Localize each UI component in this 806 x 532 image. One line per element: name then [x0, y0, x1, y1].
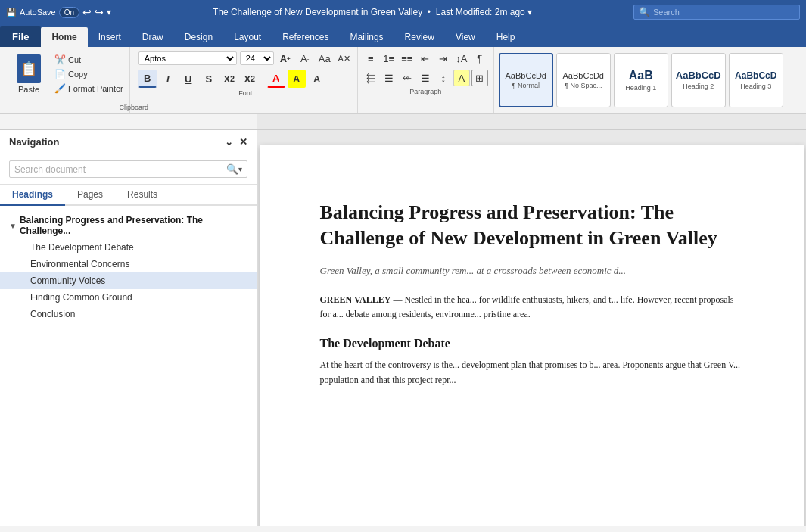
style-heading3[interactable]: AaBbCcD Heading 3 — [729, 53, 783, 107]
paste-button[interactable]: 📋 Paste — [11, 51, 47, 97]
tab-design[interactable]: Design — [174, 27, 223, 47]
bold-button[interactable]: B — [138, 70, 157, 88]
justify-button[interactable]: ☰ — [417, 70, 434, 86]
title-bar: 💾 AutoSave On ↩ ↪ ▾ The Challenge of New… — [0, 0, 806, 24]
nav-content: ▼ Balancing Progress and Preservation: T… — [0, 206, 257, 526]
nav-item-debate[interactable]: The Development Debate — [0, 239, 257, 256]
nav-item-common-ground[interactable]: Finding Common Ground — [0, 289, 257, 306]
tab-review[interactable]: Review — [394, 27, 445, 47]
sidebar-controls: ⌄ ✕ — [225, 136, 247, 148]
show-formatting-button[interactable]: ¶ — [471, 50, 488, 67]
nav-item-community[interactable]: Community Voices — [0, 272, 257, 289]
increase-indent-button[interactable]: ⇥ — [435, 50, 452, 67]
tab-layout[interactable]: Layout — [223, 27, 272, 47]
change-case-button[interactable]: Aa — [316, 50, 333, 67]
font-size-select[interactable]: 24 — [240, 51, 274, 65]
tab-results[interactable]: Results — [115, 185, 170, 206]
nav-item-environmental[interactable]: Environmental Concerns — [0, 256, 257, 272]
tab-home[interactable]: Home — [41, 27, 87, 47]
subscript-button[interactable]: X2 — [220, 70, 238, 88]
tab-draw[interactable]: Draw — [132, 27, 174, 47]
style-heading3-preview: AaBbCcD — [735, 70, 776, 81]
text-shading-button[interactable]: A — [308, 70, 326, 88]
strikethrough-button[interactable]: S — [200, 70, 218, 88]
style-normal[interactable]: AaBbCcDd ¶ Normal — [499, 53, 553, 107]
clipboard-right: ✂️ Cut 📄 Copy 🖌️ Format Painter — [51, 50, 126, 113]
paste-icon: 📋 — [17, 54, 41, 83]
align-left-button[interactable]: ⬱ — [363, 70, 379, 86]
style-normal-preview: AaBbCcDd — [506, 71, 546, 80]
italic-button[interactable]: I — [159, 70, 177, 88]
cut-button[interactable]: ✂️ Cut — [51, 53, 126, 67]
redo-icon[interactable]: ↪ — [95, 6, 104, 18]
copy-button[interactable]: 📄 Copy — [51, 67, 126, 81]
superscript-button[interactable]: X2 — [241, 70, 259, 88]
multilevel-list-button[interactable]: ≡≡ — [399, 50, 415, 67]
ruler-doc — [257, 114, 806, 129]
ruler-sidebar — [0, 114, 257, 129]
borders-button[interactable]: ⊞ — [471, 70, 488, 86]
undo-icon[interactable]: ↩ — [82, 6, 92, 18]
style-heading2-preview: AaBbCcD — [676, 70, 721, 81]
style-nospace-preview: AaBbCcDd — [563, 71, 604, 80]
line-spacing-button[interactable]: ↕ — [435, 70, 452, 86]
decrease-indent-button[interactable]: ⇤ — [417, 50, 434, 67]
main-area: Navigation ⌄ ✕ 🔍 ▾ Headings Pages Result… — [0, 130, 806, 526]
tab-view[interactable]: View — [445, 27, 486, 47]
highlight-button[interactable]: A — [288, 70, 306, 88]
autosave-label: AutoSave — [20, 8, 56, 17]
tab-insert[interactable]: Insert — [88, 27, 132, 47]
nav-search-dropdown-icon[interactable]: ▾ — [238, 165, 242, 173]
font-group: Aptos 24 A+ A- Aa A✕ B I U S X2 X2 A A A… — [134, 47, 358, 113]
font-color-button[interactable]: A — [267, 70, 285, 88]
sort-button[interactable]: ↕A — [453, 50, 470, 67]
sidebar-header: Navigation ⌄ ✕ — [0, 130, 257, 154]
bullets-button[interactable]: ≡ — [363, 50, 379, 67]
nav-search-button[interactable]: 🔍 ▾ — [226, 163, 242, 175]
paragraph-group-label: Paragraph — [363, 88, 489, 95]
style-heading1[interactable]: AaB Heading 1 — [614, 53, 668, 107]
font-group-label: Font — [138, 89, 353, 97]
search-wrapper: 🔍 ▾ — [9, 160, 247, 178]
font-name-select[interactable]: Aptos — [138, 51, 237, 65]
shading-button[interactable]: A — [453, 70, 470, 86]
nav-item-conclusion[interactable]: Conclusion — [0, 306, 257, 322]
font-shrink-button[interactable]: A- — [297, 50, 313, 67]
search-input[interactable] — [653, 8, 789, 17]
ribbon: 📋 Paste ✂️ Cut 📄 Copy 🖌️ Format Painter … — [0, 47, 806, 114]
font-grow-button[interactable]: A+ — [277, 50, 294, 67]
align-center-button[interactable]: ☰ — [381, 70, 397, 86]
style-nospace[interactable]: AaBbCcDd ¶ No Spac... — [556, 53, 611, 107]
close-panel-icon[interactable]: ✕ — [239, 136, 247, 148]
style-heading2[interactable]: AaBbCcD Heading 2 — [671, 53, 726, 107]
style-normal-label: ¶ Normal — [512, 82, 540, 89]
search-box[interactable]: 🔍 — [633, 5, 800, 20]
nav-item-main-heading-text: Balancing Progress and Preservation: The… — [20, 215, 247, 236]
numbering-button[interactable]: 1≡ — [381, 50, 397, 67]
autosave-toggle[interactable]: On — [59, 7, 79, 18]
tab-file[interactable]: File — [0, 26, 41, 47]
copy-label: Copy — [68, 70, 88, 79]
section1-heading: The Development Debate — [320, 337, 744, 350]
style-heading3-label: Heading 3 — [740, 82, 771, 90]
tab-help[interactable]: Help — [486, 27, 526, 47]
tab-pages[interactable]: Pages — [65, 185, 115, 206]
autosave-area: 💾 AutoSave On ↩ ↪ ▾ — [6, 6, 111, 18]
nav-item-main-heading[interactable]: ▼ Balancing Progress and Preservation: T… — [0, 212, 257, 239]
underline-button[interactable]: U — [179, 70, 198, 88]
document-subtitle: Green Valley, a small community rem... a… — [320, 263, 744, 278]
align-right-button[interactable]: ⬰ — [399, 70, 415, 86]
paragraph-group: ≡ 1≡ ≡≡ ⇤ ⇥ ↕A ¶ ⬱ ☰ ⬰ ☰ ↕ A ⊞ Paragraph — [358, 47, 494, 113]
collapse-panel-icon[interactable]: ⌄ — [225, 136, 233, 148]
search-icon: 🔍 — [639, 7, 650, 17]
style-heading2-label: Heading 2 — [683, 82, 714, 90]
document-page: Balancing Progress and Preservation: The… — [260, 145, 804, 526]
title-dropdown-icon[interactable]: ▾ — [527, 7, 532, 17]
tab-references[interactable]: References — [272, 27, 339, 47]
tab-headings[interactable]: Headings — [0, 185, 65, 206]
section1-body: At the heart of the controversy is the..… — [320, 358, 744, 387]
format-painter-button[interactable]: 🖌️ Format Painter — [51, 82, 126, 95]
nav-search-input[interactable] — [14, 164, 226, 175]
clear-formatting-button[interactable]: A✕ — [336, 50, 353, 67]
tab-mailings[interactable]: Mailings — [340, 27, 394, 47]
